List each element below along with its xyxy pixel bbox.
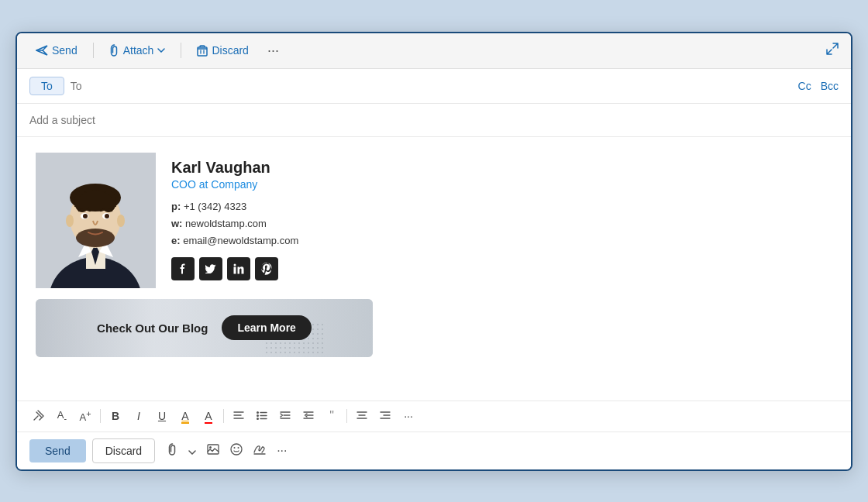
emoji-icon <box>230 443 243 456</box>
font-size-decrease-button[interactable]: A- <box>51 406 73 426</box>
bold-button[interactable]: B <box>105 407 126 425</box>
format-clear-button[interactable] <box>28 406 50 427</box>
pinterest-icon[interactable] <box>255 257 278 280</box>
format-toolbar: A- A+ B I U A A <box>17 401 851 432</box>
social-icons-group <box>171 257 298 280</box>
bottom-bar: Send Discard <box>17 432 851 469</box>
align-center-icon <box>356 411 367 420</box>
more-format-button[interactable]: ··· <box>398 407 419 425</box>
attach-dropdown-button[interactable] <box>185 441 199 461</box>
bottom-send-button[interactable]: Send <box>29 439 86 462</box>
phone-line: p: +1 (342) 4323 <box>171 198 298 215</box>
indent-decrease-button[interactable] <box>274 407 296 425</box>
svg-point-11 <box>66 215 74 227</box>
website-line: w: newoldstamp.com <box>171 215 298 232</box>
underline-button[interactable]: U <box>151 407 173 425</box>
attach-dropdown-icon <box>157 48 165 53</box>
italic-button[interactable]: I <box>128 407 150 425</box>
signature-title: COO at Company <box>171 178 298 191</box>
cc-button[interactable]: Cc <box>798 80 811 92</box>
facebook-icon[interactable] <box>171 257 195 280</box>
signature-icon <box>253 444 266 455</box>
attach-button[interactable]: Attach <box>103 41 172 60</box>
more-dots-label: ··· <box>267 43 279 58</box>
phone-value: +1 (342) 4323 <box>184 201 246 212</box>
font-color-button[interactable]: A <box>198 407 219 425</box>
to-label-button[interactable]: To <box>29 77 64 95</box>
insert-emoji-button[interactable] <box>227 440 246 462</box>
to-input[interactable] <box>64 77 798 95</box>
twitter-icon[interactable] <box>199 257 222 280</box>
subject-input[interactable] <box>29 114 839 126</box>
svg-point-21 <box>257 414 259 417</box>
align-options-button[interactable] <box>351 407 373 425</box>
compose-toolbar: Send Attach Discard ··· <box>17 33 851 69</box>
linkedin-icon[interactable] <box>227 257 250 280</box>
website-label: w: <box>171 218 182 229</box>
signature-contact: p: +1 (342) 4323 w: newoldstamp.com e: e… <box>171 198 298 249</box>
bottom-discard-button[interactable]: Discard <box>92 438 155 463</box>
bullet-list-icon <box>257 411 267 420</box>
bottom-icon-group: ··· <box>164 440 290 462</box>
indent-increase-icon <box>303 411 314 420</box>
attach-file-button[interactable] <box>164 440 181 462</box>
blog-banner-text: Check Out Our Blog <box>97 321 208 335</box>
svg-point-15 <box>83 214 88 218</box>
expand-window-button[interactable] <box>826 43 839 58</box>
more-options-button[interactable]: ··· <box>261 40 285 62</box>
signature-photo <box>36 153 156 288</box>
attach-file-icon <box>167 443 177 456</box>
align-left-icon <box>233 411 244 420</box>
svg-point-16 <box>105 214 109 218</box>
insert-image-button[interactable] <box>204 441 222 461</box>
email-body: Karl Vaughan COO at Company p: +1 (342) … <box>17 137 851 401</box>
facebook-svg <box>177 263 188 274</box>
more-bottom-label: ··· <box>277 444 287 457</box>
website-value: newoldstamp.com <box>185 218 267 229</box>
format-sep-1 <box>100 409 101 423</box>
email-label: e: <box>171 235 181 246</box>
send-icon <box>36 45 48 56</box>
bullet-list-button[interactable] <box>251 407 273 425</box>
attach-icon <box>109 44 119 57</box>
expand-icon <box>826 43 839 55</box>
indent-increase-button[interactable] <box>298 407 319 425</box>
svg-rect-18 <box>234 266 236 273</box>
align-left-button[interactable] <box>228 407 250 425</box>
align-right-icon <box>380 411 391 420</box>
format-sep-3 <box>346 409 347 423</box>
separator-2 <box>181 43 181 58</box>
learn-more-button[interactable]: Learn More <box>222 315 311 340</box>
signature-info: Karl Vaughan COO at Company p: +1 (342) … <box>171 153 298 280</box>
insert-image-icon <box>207 444 219 455</box>
blockquote-button[interactable]: " <box>321 406 343 426</box>
to-row: To Cc Bcc <box>17 69 851 104</box>
send-button[interactable]: Send <box>29 41 84 60</box>
svg-point-26 <box>234 447 236 449</box>
svg-point-20 <box>257 411 259 414</box>
svg-point-22 <box>257 418 259 420</box>
phone-label: p: <box>171 201 181 212</box>
attach-label: Attach <box>123 44 154 57</box>
bcc-button[interactable]: Bcc <box>821 80 839 92</box>
blog-banner: Check Out Our Blog Learn More <box>36 299 373 357</box>
send-label: Send <box>52 44 78 57</box>
signature-name: Karl Vaughan <box>171 159 298 177</box>
more-format-label: ··· <box>404 410 413 422</box>
linkedin-svg <box>233 263 244 274</box>
align-right-button[interactable] <box>374 407 396 425</box>
signature-button[interactable] <box>250 441 269 461</box>
font-size-increase-button[interactable]: A+ <box>74 406 96 426</box>
discard-icon <box>197 45 208 57</box>
svg-point-12 <box>117 215 125 227</box>
email-signature: Karl Vaughan COO at Company p: +1 (342) … <box>36 153 832 357</box>
attach-caret-icon <box>188 450 196 455</box>
pinterest-svg <box>261 263 272 275</box>
email-compose-window: Send Attach Discard ··· <box>16 32 852 471</box>
discard-button[interactable]: Discard <box>191 41 254 60</box>
email-line: e: email@newoldstamp.com <box>171 232 298 249</box>
subject-row <box>17 104 851 137</box>
text-highlight-button[interactable]: A <box>174 407 196 425</box>
more-bottom-button[interactable]: ··· <box>274 441 290 461</box>
svg-point-24 <box>209 446 212 449</box>
